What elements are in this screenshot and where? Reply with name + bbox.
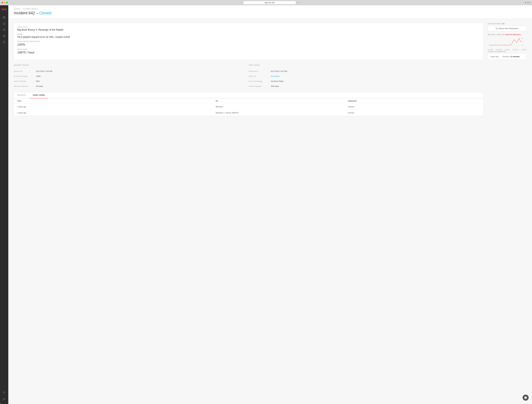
final-column: FINAL STATUS Resolved At 01/17/2017 4:22… bbox=[249, 63, 483, 89]
content-area: VIDEO TITLE Big Buck Bunny 2: Revenge of… bbox=[8, 19, 532, 120]
chevron-right-icon: › bbox=[524, 55, 524, 58]
main-content: ALERTS › INCIDENT DETAILS Incident 642 –… bbox=[8, 5, 532, 404]
breadcrumb-separator: › bbox=[21, 8, 22, 10]
tab-bar: app.mux.com ↻ bbox=[18, 1, 524, 4]
app-layout: MUX bbox=[0, 5, 532, 404]
svg-point-5 bbox=[4, 36, 5, 36]
notifications-section: NOTIFICATIONS: ON Silence Alert Notifica… bbox=[488, 23, 526, 31]
chart-container: 6% 4% 2% 4:00 PM 10:00 PM 4:00 AM 10:00 … bbox=[488, 37, 526, 48]
row1-os: Windows bbox=[215, 106, 348, 108]
logo[interactable]: MUX bbox=[2, 7, 7, 12]
reload-button[interactable]: ↻ bbox=[297, 1, 299, 4]
sidebar-item-alert[interactable] bbox=[1, 27, 7, 32]
sidebar-item-folder[interactable] bbox=[1, 15, 7, 20]
breadcrumb-current: INCIDENT DETAILS bbox=[23, 8, 38, 10]
sidebar-item-bell[interactable] bbox=[1, 39, 7, 45]
svg-text:4%: 4% bbox=[522, 41, 523, 43]
svg-text:6%: 6% bbox=[522, 38, 523, 39]
error-label: ERROR bbox=[17, 33, 480, 35]
table-row: 2 days ago Windows 7 / Server 2008 R2 Ch… bbox=[14, 110, 483, 116]
final-open-for: Open For 30 minutes bbox=[249, 74, 481, 79]
tab-insights[interactable]: INSIGHTS bbox=[14, 92, 29, 98]
svg-point-6 bbox=[4, 392, 5, 393]
sidebar-item-logout[interactable] bbox=[1, 396, 7, 402]
add-button[interactable]: + bbox=[530, 1, 531, 4]
tabs-content: Time OS Application 2 days ago Windows C… bbox=[14, 98, 483, 116]
silence-button[interactable]: Silence Alert Notifications bbox=[488, 26, 526, 31]
chat-button[interactable] bbox=[523, 395, 529, 401]
row1-app: Chrome bbox=[348, 106, 480, 108]
view-in-metrics-link[interactable]: (View in metrics) bbox=[505, 34, 521, 35]
new-tab-button[interactable]: ⧉ bbox=[527, 1, 529, 4]
open-for-link[interactable]: 30 minutes bbox=[271, 75, 280, 77]
row2-app: Chrome bbox=[348, 112, 480, 114]
svg-point-3 bbox=[4, 30, 4, 31]
incident-details: INCIDENT TRIGGER Opened At 01/17/2017 3:… bbox=[14, 63, 483, 89]
error-value: HLS playlist request error at URL: maste… bbox=[17, 36, 480, 38]
traffic-lights bbox=[1, 2, 8, 3]
timeline-label: INCIDENT TIMELINE (View in metrics) bbox=[488, 34, 526, 35]
row2-time: 2 days ago bbox=[17, 112, 215, 114]
final-header: FINAL STATUS bbox=[249, 63, 481, 68]
occurrence-duration: Duration: 11 minutes bbox=[502, 56, 520, 58]
svg-rect-0 bbox=[3, 17, 5, 19]
trigger-min-window: Minimum Window 50 views bbox=[14, 84, 246, 89]
breadcrumb-parent[interactable]: ALERTS bbox=[14, 8, 20, 10]
trigger-error-pct: Error Percentage 100% bbox=[14, 74, 246, 79]
tabs-header: INSIGHTS VIDEO VIEWS bbox=[14, 92, 483, 98]
svg-text:2%: 2% bbox=[522, 44, 523, 46]
initial-rate-value: 16875 / hour bbox=[17, 51, 480, 54]
page-header: ALERTS › INCIDENT DETAILS Incident 642 –… bbox=[8, 5, 532, 19]
silence-btn-label: Silence Alert Notifications bbox=[498, 27, 519, 30]
trigger-threshold: Alert Threshold 50% bbox=[14, 79, 246, 84]
other-occurrences-section: OTHER OCCURENCES 2 days ago Duration: 11… bbox=[488, 51, 526, 60]
share-button[interactable]: ⬆ bbox=[525, 1, 526, 4]
occurrence-time: 2 days ago bbox=[490, 56, 499, 58]
right-panel: NOTIFICATIONS: ON Silence Alert Notifica… bbox=[488, 23, 526, 116]
bell-slash-icon bbox=[496, 28, 498, 30]
svg-point-4 bbox=[3, 35, 5, 37]
minimize-button[interactable] bbox=[4, 2, 5, 3]
final-views-impacted: Views Impacted 250 views bbox=[249, 84, 481, 89]
chart-x-labels: 4:00 PM 10:00 PM 4:00 AM 10:00 AM 4:00 P… bbox=[488, 49, 526, 50]
occurrence-row[interactable]: 2 days ago Duration: 11 minutes › bbox=[488, 53, 526, 60]
tabs-section: INSIGHTS VIDEO VIEWS Time OS Application… bbox=[14, 92, 483, 116]
maximize-button[interactable] bbox=[6, 2, 8, 3]
browser-titlebar: ‹ › ··· app.mux.com ↻ ⬆ ⧉ + bbox=[0, 0, 532, 5]
col-os: OS bbox=[215, 100, 348, 102]
trigger-header: INCIDENT TRIGGER bbox=[14, 63, 246, 68]
col-application: Application bbox=[348, 100, 480, 102]
notifications-label: NOTIFICATIONS: ON bbox=[488, 23, 526, 25]
video-title-label: VIDEO TITLE bbox=[17, 26, 480, 28]
sidebar-bottom bbox=[1, 390, 7, 402]
row2-os: Windows 7 / Server 2008 R2 bbox=[215, 112, 348, 114]
close-button[interactable] bbox=[1, 2, 3, 3]
left-panel: VIDEO TITLE Big Buck Bunny 2: Revenge of… bbox=[14, 23, 483, 116]
chat-icon bbox=[524, 396, 527, 399]
nav-buttons: ‹ › bbox=[10, 1, 14, 4]
sidebar: MUX bbox=[0, 5, 8, 404]
trigger-opened-at: Opened At 01/17/2017 3:53 PM bbox=[14, 69, 246, 74]
other-label: OTHER OCCURENCES bbox=[488, 51, 526, 52]
url-bar[interactable]: app.mux.com bbox=[243, 1, 296, 4]
trigger-column: INCIDENT TRIGGER Opened At 01/17/2017 3:… bbox=[14, 63, 249, 89]
page-title: Incident 642 – Closed bbox=[14, 11, 526, 15]
sidebar-item-settings[interactable] bbox=[1, 390, 7, 395]
tab-video-views[interactable]: VIDEO VIEWS bbox=[29, 92, 48, 98]
forward-button[interactable]: › bbox=[12, 1, 14, 4]
final-resolved-at: Resolved At 01/17/2017 4:22 PM bbox=[249, 69, 481, 74]
sidebar-item-clock[interactable] bbox=[1, 21, 7, 26]
browser-toolbar-right: ⬆ ⧉ + bbox=[525, 1, 531, 4]
initial-rate-label: INITIAL RATE bbox=[17, 49, 480, 50]
error-percentage-label: INITIAL ERROR PERCENTAGE bbox=[17, 41, 480, 42]
timeline-section: INCIDENT TIMELINE (View in metrics) bbox=[488, 34, 526, 48]
table-row: 2 days ago Windows Chrome bbox=[14, 104, 483, 110]
sidebar-item-eye[interactable] bbox=[1, 33, 7, 39]
error-percentage-value: 100% bbox=[17, 43, 480, 46]
details-grid: INCIDENT TRIGGER Opened At 01/17/2017 3:… bbox=[14, 63, 483, 89]
back-button[interactable]: ‹ bbox=[10, 1, 12, 4]
incident-info-card: VIDEO TITLE Big Buck Bunny 2: Revenge of… bbox=[14, 23, 483, 60]
video-title-value: Big Buck Bunny 2: Revenge of the Rabbit bbox=[17, 28, 480, 31]
tab-dots: ··· bbox=[15, 2, 17, 4]
final-error-pct: Error Percentage 4% (Error Rate) bbox=[249, 79, 481, 84]
